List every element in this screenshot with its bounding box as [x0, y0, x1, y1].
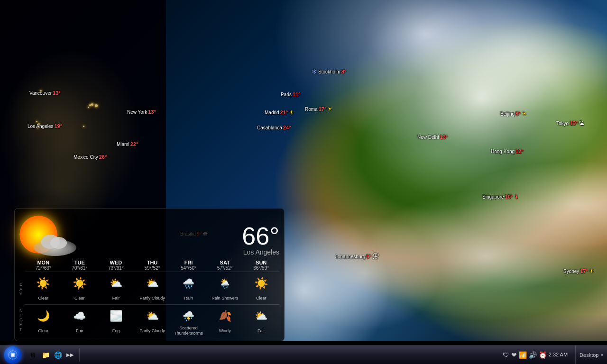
day-tue: TUE: [74, 260, 85, 265]
map-city-madrid: Madrid 21° ☀: [265, 109, 294, 116]
night-icon-thu: ⛅ Partly Cloudy: [134, 307, 171, 336]
city-light-ny3: [88, 107, 89, 108]
desktop-button[interactable]: Desktop »: [575, 346, 607, 364]
forecast-wed: WED 73°/61°: [98, 260, 134, 271]
temps-thu: 59°/52°: [144, 265, 160, 271]
label-night-mon: Clear: [38, 326, 49, 336]
label-day-sat: Rain Showers: [212, 293, 238, 303]
night-icon-mon: 🌙 Clear: [25, 307, 62, 336]
day-icons-row: ☀️ Clear ☀️ Clear ⛅ Fair ⛅ Partly Cloudy…: [25, 272, 279, 303]
day-icon-fri: 🌧️ Rain: [170, 274, 207, 303]
night-icon-sun: ⛅ Fair: [243, 307, 279, 336]
system-tray: 🛡 ❤ 📶 🔊 ⏰ 2:32 AM: [499, 346, 575, 364]
tray-clock-icon[interactable]: ⏰: [539, 351, 547, 359]
label-day-fri: Rain: [184, 293, 193, 303]
icon-cloud-thu: ⛅: [144, 275, 161, 292]
temps-tue: 70°/61°: [72, 265, 87, 271]
forecast-sat: SAT 57°/52°: [207, 260, 243, 271]
tb-icon-desktop[interactable]: 🖥: [28, 349, 39, 361]
tray-network-icon[interactable]: 📶: [519, 351, 527, 359]
day-icon-wed: ⛅ Fair: [98, 274, 134, 303]
day-icon-mon: ☀️ Clear: [25, 274, 62, 303]
weather-widget: 66° Los Angeles DAY NIGHT MON 72°/63° TU…: [14, 208, 285, 341]
map-city-vancouver: Vancouver 13°: [29, 90, 61, 96]
forecast-sun: SUN 66°/59°: [243, 260, 279, 271]
day-wed: WED: [110, 260, 122, 265]
desktop-arrow: »: [600, 352, 603, 357]
icon-cloud-wed: ⛅: [107, 275, 124, 292]
icon-cloudmoon-tue: ☁️: [71, 308, 88, 325]
map-city-stockholm: ❄ Stockholm 8°: [312, 68, 346, 75]
day-label-col: DAY: [19, 282, 23, 296]
map-city-newdelhi: New Delhi 13°: [417, 134, 448, 140]
cloud-overlay: [34, 239, 76, 256]
map-city-losangeles: Los Angeles 19°: [28, 123, 62, 129]
day-icon-tue: ☀️ Clear: [62, 274, 98, 303]
forecast-tue: TUE 70°/61°: [62, 260, 98, 271]
city-light-miami: [83, 126, 84, 127]
label-night-thu: Partly Cloudy: [139, 326, 165, 336]
current-temp-block: 66° Los Angeles: [86, 224, 279, 256]
system-clock: 2:32 AM: [549, 351, 571, 358]
quick-launch: 🖥 📁 🌐 ▶▶: [26, 349, 78, 361]
forecast-header: MON 72°/63° TUE 70°/61° WED 73°/61° THU …: [25, 260, 279, 271]
label-night-wed: Fog: [112, 326, 120, 336]
icon-wind-sat: 🍂: [216, 308, 233, 325]
temps-fri: 54°/50°: [181, 265, 196, 271]
night-icon-fri: ⛈️ Scattered Thunderstorms: [170, 307, 207, 336]
icon-fog-wed: 🌫️: [107, 308, 124, 325]
tray-heart-icon[interactable]: ❤: [511, 351, 517, 359]
taskbar-separator: [79, 348, 80, 362]
forecast-section: DAY NIGHT MON 72°/63° TUE 70°/61° WED 73…: [19, 260, 279, 336]
start-button[interactable]: [0, 346, 26, 364]
current-city: Los Angeles: [86, 248, 279, 256]
tray-volume-icon[interactable]: 🔊: [529, 351, 537, 359]
forecast-mon: MON 72°/63°: [25, 260, 62, 271]
night-label-col: NIGHT: [19, 308, 23, 332]
widget-header: 66° Los Angeles: [19, 213, 279, 256]
icon-moon-mon: 🌙: [35, 308, 52, 325]
city-light-cluster: [95, 104, 98, 107]
temps-sun: 66°/59°: [253, 265, 269, 271]
temps-wed: 73°/61°: [108, 265, 124, 271]
label-night-tue: Fair: [76, 326, 83, 336]
day-sun: SUN: [256, 260, 267, 265]
desktop-label: Desktop: [579, 352, 598, 358]
label-day-wed: Fair: [112, 293, 120, 303]
map-city-sydney: Sydney 17° ☀: [563, 268, 594, 274]
day-sat: SAT: [220, 260, 230, 265]
current-weather-icon: [19, 213, 81, 256]
forecast-main: MON 72°/63° TUE 70°/61° WED 73°/61° THU …: [25, 260, 279, 336]
icon-sun-sun: ☀️: [253, 275, 270, 292]
map-city-newyork: New York 13°: [127, 109, 156, 115]
tb-icon-browser[interactable]: 🌐: [52, 349, 64, 361]
start-orb[interactable]: [4, 346, 22, 364]
map-city-mexicocity: Mexico City 26°: [74, 154, 107, 160]
label-night-sat: Windy: [219, 326, 231, 336]
icon-cloudsun-sun: ⛅: [253, 308, 270, 325]
temps-mon: 72°/63°: [36, 265, 51, 271]
forecast-fri: FRI 54°/50°: [170, 260, 207, 271]
label-day-thu: Partly Cloudy: [139, 293, 165, 303]
icon-rain-fri: 🌧️: [180, 275, 197, 292]
night-icon-wed: 🌫️ Fog: [98, 307, 134, 336]
map-city-singapore: Singapore 10° 🌡: [482, 193, 519, 200]
map-city-casablanca: Casablanca 24°: [257, 125, 291, 130]
city-light-la2: [36, 121, 37, 122]
label-night-fri: Scattered Thunderstorms: [170, 326, 207, 336]
map-city-hongkong: Hong Kong 12°: [491, 148, 524, 154]
night-icon-sat: 🍂 Windy: [207, 307, 243, 336]
tb-icon-more[interactable]: ▶▶: [64, 349, 76, 361]
tray-shield-icon[interactable]: 🛡: [503, 351, 509, 359]
day-mon: MON: [37, 260, 49, 265]
day-icon-sun: ☀️ Clear: [243, 274, 279, 303]
city-light-ny2: [91, 103, 93, 106]
map-city-roma: Roma 17° ☀: [305, 106, 332, 112]
day-icon-thu: ⛅ Partly Cloudy: [134, 274, 171, 303]
map-city-tokyo: Tokyo 15° 🌤: [556, 120, 584, 127]
map-city-paris: Paris 11°: [281, 91, 300, 97]
label-day-mon: Clear: [38, 293, 49, 303]
tb-icon-folder[interactable]: 📁: [40, 349, 51, 361]
icon-thunder-fri: ⛈️: [180, 308, 197, 325]
label-day-tue: Clear: [74, 293, 85, 303]
